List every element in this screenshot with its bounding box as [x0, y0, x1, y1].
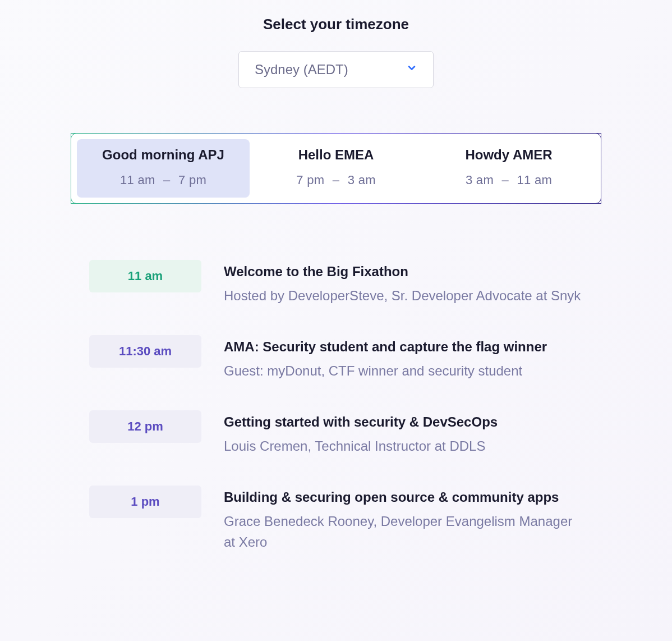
region-tabs: Good morning APJ 11 am – 7 pm Hello EMEA…: [71, 133, 601, 204]
tab-title: Howdy AMER: [422, 147, 595, 163]
time-pill: 11:30 am: [89, 335, 201, 368]
tab-apj[interactable]: Good morning APJ 11 am – 7 pm: [77, 139, 250, 198]
chevron-down-icon: [406, 62, 417, 77]
schedule-details: Building & securing open source & commun…: [224, 486, 583, 552]
tab-title: Good morning APJ: [77, 147, 250, 163]
schedule-row: 1 pm Building & securing open source & c…: [89, 486, 583, 552]
tab-end: 3 am: [348, 173, 376, 187]
time-pill: 11 am: [89, 260, 201, 292]
schedule-row: 12 pm Getting started with security & De…: [89, 410, 583, 456]
timezone-select[interactable]: Sydney (AEDT): [238, 51, 434, 88]
session-title: AMA: Security student and capture the fl…: [224, 337, 583, 357]
tab-start: 7 pm: [296, 173, 324, 187]
schedule-list: 11 am Welcome to the Big Fixathon Hosted…: [89, 260, 583, 552]
timezone-selected-label: Sydney (AEDT): [255, 62, 348, 77]
session-title: Building & securing open source & commun…: [224, 488, 583, 507]
dash-icon: –: [163, 173, 171, 187]
session-subtitle: Louis Cremen, Technical Instructor at DD…: [224, 436, 583, 456]
session-subtitle: Guest: myDonut, CTF winner and security …: [224, 360, 583, 381]
tab-time: 7 pm – 3 am: [250, 173, 422, 187]
tab-time: 11 am – 7 pm: [77, 173, 250, 187]
tab-time: 3 am – 11 am: [422, 173, 595, 187]
tab-start: 11 am: [120, 173, 155, 187]
dash-icon: –: [501, 173, 509, 187]
schedule-details: Welcome to the Big Fixathon Hosted by De…: [224, 260, 583, 306]
session-title: Welcome to the Big Fixathon: [224, 262, 583, 282]
tab-title: Hello EMEA: [250, 147, 422, 163]
schedule-row: 11:30 am AMA: Security student and captu…: [89, 335, 583, 381]
tab-emea[interactable]: Hello EMEA 7 pm – 3 am: [250, 139, 422, 198]
tab-start: 3 am: [466, 173, 494, 187]
dash-icon: –: [333, 173, 340, 187]
schedule-details: Getting started with security & DevSecOp…: [224, 410, 583, 456]
time-pill: 12 pm: [89, 410, 201, 443]
timezone-heading: Select your timezone: [0, 16, 672, 33]
tab-amer[interactable]: Howdy AMER 3 am – 11 am: [422, 139, 595, 198]
session-title: Getting started with security & DevSecOp…: [224, 413, 583, 432]
tab-end: 11 am: [517, 173, 552, 187]
session-subtitle: Grace Benedeck Rooney, Developer Evangel…: [224, 511, 583, 552]
schedule-details: AMA: Security student and capture the fl…: [224, 335, 583, 381]
schedule-row: 11 am Welcome to the Big Fixathon Hosted…: [89, 260, 583, 306]
tab-end: 7 pm: [178, 173, 206, 187]
time-pill: 1 pm: [89, 486, 201, 518]
session-subtitle: Hosted by DeveloperSteve, Sr. Developer …: [224, 285, 583, 306]
